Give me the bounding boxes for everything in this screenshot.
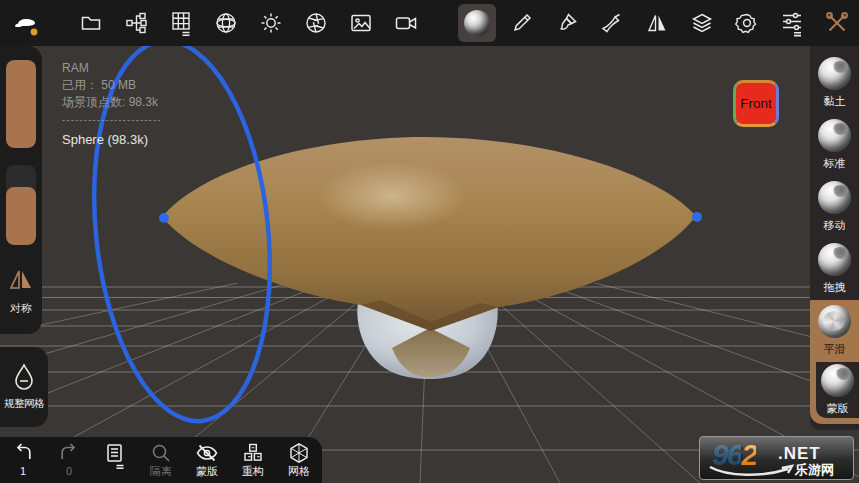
redo-count: 0 — [66, 465, 72, 478]
ram-used: 已用： 50 MB — [62, 77, 162, 94]
app-logo[interactable] — [0, 0, 54, 46]
sculpt-app-window: RAM 已用： 50 MB 场景顶点数: 98.3k -------------… — [0, 0, 859, 483]
remesh-label: 规整网格 — [4, 397, 44, 411]
object-name: Sphere (98.3k) — [62, 131, 162, 148]
render-aperture-icon[interactable] — [293, 0, 338, 46]
undo-button[interactable]: 1 — [0, 442, 46, 478]
pencil-icon[interactable] — [499, 0, 544, 46]
mesh-button[interactable]: 网格 — [276, 442, 322, 478]
watermark-swoosh-icon — [708, 463, 798, 479]
paintbrush-icon[interactable] — [544, 0, 589, 46]
undo-count: 1 — [20, 465, 26, 478]
tool-label: 蒙版 — [827, 401, 849, 416]
scene-verts: 场景顶点数: 98.3k — [62, 94, 162, 111]
adjust-sliders-icon[interactable] — [769, 0, 814, 46]
isolate-button[interactable]: 隔离 — [138, 442, 184, 478]
tool-move[interactable]: 移动 — [810, 176, 859, 238]
view-cube-front[interactable]: Front — [733, 80, 779, 127]
remesh-panel[interactable]: 规整网格 — [0, 347, 48, 427]
history-book-button[interactable] — [92, 442, 138, 472]
mask-label: 蒙版 — [196, 465, 218, 478]
tool-mask[interactable]: 蒙版 — [810, 362, 859, 424]
camera-icon[interactable] — [383, 0, 428, 46]
lighting-sun-icon[interactable] — [248, 0, 293, 46]
image-icon[interactable] — [338, 0, 383, 46]
top-toolbar — [0, 0, 859, 46]
topology-grid-icon[interactable] — [158, 0, 203, 46]
material-matcap-icon[interactable] — [454, 0, 499, 46]
drag-tool-icon — [818, 243, 851, 276]
brush-size-slider[interactable] — [6, 60, 36, 148]
symmetry-label: 对称 — [10, 301, 32, 316]
clay-tool-icon — [818, 57, 851, 90]
mask-visibility-button[interactable]: 蒙版 — [184, 442, 230, 478]
wireframe-sphere-icon[interactable] — [203, 0, 248, 46]
tools-wrench-icon[interactable] — [814, 0, 859, 46]
tool-clay[interactable]: 黏土 — [810, 52, 859, 114]
symmetry-icon[interactable] — [8, 269, 34, 295]
redo-button[interactable]: 0 — [46, 442, 92, 478]
watermark-site: 乐游网 — [795, 461, 834, 479]
standard-tool-icon — [818, 119, 851, 152]
rebuild-label: 重构 — [242, 465, 264, 478]
folder-icon[interactable] — [68, 0, 113, 46]
scene-stats: RAM 已用： 50 MB 场景顶点数: 98.3k -------------… — [62, 60, 162, 148]
tool-label: 标准 — [824, 156, 846, 171]
watermark-962net: 962 .NET 乐游网 — [699, 436, 854, 480]
mesh-disc-highlight — [317, 162, 467, 230]
move-tool-icon — [818, 181, 851, 214]
smooth-tool-icon — [818, 305, 851, 338]
tool-label: 黏土 — [824, 94, 846, 109]
tool-label: 移动 — [824, 218, 846, 233]
settings-gear-icon[interactable] — [724, 0, 769, 46]
tool-label: 平滑 — [824, 342, 846, 357]
vertex-dot-right — [692, 212, 702, 222]
mesh-label: 网格 — [288, 465, 310, 478]
mask-tool-icon — [821, 364, 854, 397]
tool-smooth[interactable]: 平滑 — [810, 300, 859, 362]
droplet-minus-icon — [11, 363, 37, 393]
isolate-label: 隔离 — [150, 465, 172, 478]
smear-icon[interactable] — [589, 0, 634, 46]
brush-panel: 对称 — [0, 46, 42, 334]
vertex-dot-left — [159, 213, 169, 223]
tool-sidebar: 黏土 标准 移动 拖拽 平滑 蒙版 — [810, 46, 859, 430]
tool-drag[interactable]: 拖拽 — [810, 238, 859, 300]
bottom-toolbar: 1 0 隔离 — [0, 437, 322, 483]
stats-divider: ----------------------- — [62, 111, 162, 128]
tool-label: 拖拽 — [824, 280, 846, 295]
mirror-symmetry-icon[interactable] — [634, 0, 679, 46]
scene-graph-icon[interactable] — [113, 0, 158, 46]
layers-icon[interactable] — [679, 0, 724, 46]
rebuild-button[interactable]: 重构 — [230, 442, 276, 478]
mesh-disc — [162, 137, 696, 331]
ram-label: RAM — [62, 60, 162, 77]
brush-intensity-slider[interactable] — [6, 165, 36, 245]
front-label: Front — [740, 96, 772, 111]
tool-standard[interactable]: 标准 — [810, 114, 859, 176]
